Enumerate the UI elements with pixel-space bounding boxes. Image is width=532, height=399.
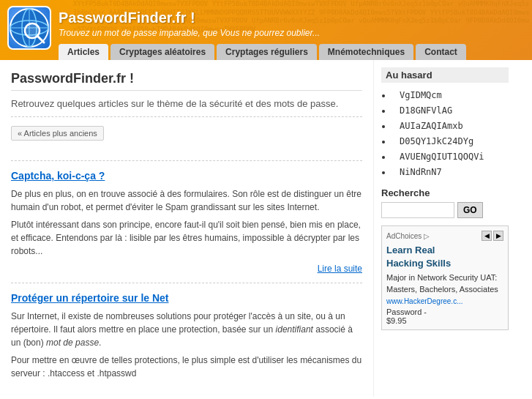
main-content: PasswordFinder.fr ! Retrouvez quelques a… (0, 60, 373, 397)
logo-image (7, 6, 51, 50)
search-input[interactable] (381, 202, 454, 218)
search-button[interactable]: GO (457, 202, 483, 218)
random-password-item: NiNdRnN7 (392, 165, 509, 179)
random-password-item: D05QY1JkC24DYg (392, 135, 509, 148)
ad-url[interactable]: www.HackerDegree.c... (386, 297, 503, 305)
ad-prev-button[interactable]: ◀ (482, 231, 492, 241)
nav-tab-cryptages-aléatoires[interactable]: Cryptages aléatoires (110, 44, 214, 60)
article-body-0: De plus en plus, on en trouve associé à … (11, 187, 362, 258)
sidebar-random-title: Au hasard (381, 67, 509, 83)
main-nav: ArticlesCryptages aléatoiresCryptages ré… (59, 44, 466, 60)
ad-navigation: ◀ ▶ (482, 231, 503, 241)
article-body-1: Sur Internet, il existe de nombreuses so… (11, 310, 362, 380)
ad-price: Password -$9.95 (386, 307, 503, 325)
advertisement-box: AdChoices ▷ ◀ ▶ Learn RealHacking Skills… (381, 225, 509, 330)
nav-tab-mnémotechniques[interactable]: Mnémotechniques (319, 44, 413, 60)
articles-list: Captcha, koi-c-ça ?De plus en plus, on e… (11, 170, 362, 380)
random-password-item: D18GNFVlAG (392, 104, 509, 117)
article-title-0[interactable]: Captcha, koi-c-ça ? (11, 170, 362, 182)
site-header: XYtFP5BukT0D4BAkDdAQI0mwswTVXFPDOV YYtFP… (0, 0, 532, 60)
sidebar: Au hasard VgIDMQcmD18GNFVlAGAUIaZAQIAmxb… (373, 60, 516, 397)
header-text-block: PasswordFinder.fr ! Trouvez un mot de pa… (59, 6, 466, 60)
read-more-link-0[interactable]: Lire la suite (11, 264, 362, 274)
content-wrapper: PasswordFinder.fr ! Retrouvez quelques a… (0, 60, 532, 397)
search-row: GO (381, 202, 509, 218)
random-password-item: AUIaZAQIAmxb (392, 119, 509, 133)
nav-tab-cryptages-réguliers[interactable]: Cryptages réguliers (217, 44, 317, 60)
nav-tab-contact[interactable]: Contact (416, 44, 466, 60)
nav-tab-articles[interactable]: Articles (59, 44, 108, 60)
ad-next-button[interactable]: ▶ (493, 231, 503, 241)
search-section-label: Recherche (381, 187, 509, 198)
random-password-item: AVUENgQIUT1QOQVi (392, 150, 509, 163)
article-divider-0 (11, 283, 362, 283)
site-logo (7, 6, 51, 50)
site-subtitle: Trouvez un mot de passe imparable, que V… (59, 28, 466, 38)
older-articles-button[interactable]: « Articles plus anciens (11, 126, 104, 141)
ad-title: Learn RealHacking Skills (386, 244, 503, 270)
random-passwords-list: VgIDMQcmD18GNFVlAGAUIaZAQIAmxbD05QY1JkC2… (381, 89, 509, 179)
site-title: PasswordFinder.fr ! (59, 10, 466, 26)
article-title-1[interactable]: Protéger un répertoire sur le Net (11, 292, 362, 304)
ad-choices-label[interactable]: AdChoices ▷ (386, 232, 430, 240)
page-title: PasswordFinder.fr ! (11, 71, 362, 91)
page-description: Retrouvez quelques articles sur le thème… (11, 98, 362, 117)
section-divider (11, 160, 362, 161)
ad-header: AdChoices ▷ ◀ ▶ (386, 231, 503, 241)
ad-body: Major in Network Security UAT: Masters, … (386, 272, 503, 295)
random-password-item: VgIDMQcm (392, 89, 509, 102)
